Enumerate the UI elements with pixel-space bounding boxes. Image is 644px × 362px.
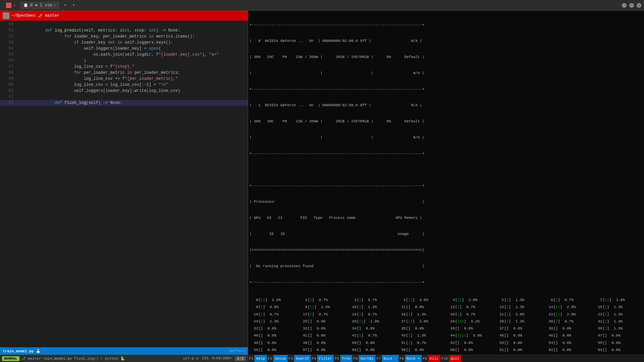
gpu-proc-top: +---------------------------------------… [249, 183, 643, 188]
tab-square[interactable]: ✕ [3, 1, 19, 9]
fkey-f4[interactable]: F4Filter [311, 355, 334, 362]
gpu-row-1-line2: | 30% 30C P8 22W / 350W | 1MiB / 24576Mi… [249, 119, 643, 124]
cpu-core-row: 10[| ]1.3% [348, 304, 397, 310]
gpu-divider-mid: +---------------------------------------… [249, 86, 643, 92]
tab-vim[interactable]: 📋 0 ● 1 vim ✕ [20, 2, 59, 9]
fkey-f2[interactable]: F2Setup [267, 355, 288, 362]
cpu-core-row: 24[| ]1.3% [249, 318, 299, 324]
shell-bar: ~/OpenSees ⎇ master [0, 11, 248, 21]
gpu-row-0-line3: | | | N/A | [249, 70, 643, 76]
vim-encoding: utf-8 ⊙ [183, 356, 198, 361]
cpu-core-row: 50[ ]0.0% [348, 340, 397, 346]
cpu-core-row: 63[ ]0.0% [593, 347, 643, 353]
cpu-core-row: 27[|| ]2.0% [397, 318, 446, 324]
fkey-f6[interactable]: F6SortBy [352, 355, 375, 362]
gpu-row-1-line1: | 1 NVIDIA GeForce ... On | 00000000:82:… [249, 103, 643, 108]
vim-func-info: flush_log() < python 🐍 [74, 356, 125, 361]
tab-vim-close-icon[interactable]: ✕ [54, 3, 56, 7]
cpu-core-row: 53[ ]0.0% [495, 340, 544, 346]
editor-line-cursor: 63 def flush_log(self) -> None: [0, 100, 248, 106]
vim-mode-badge: NORMAL [2, 356, 19, 361]
cpu-core-row: 2[| ]0.7% [348, 297, 397, 303]
cpu-core-row: 9[|| ]2.6% [299, 304, 348, 310]
vim-percent: 23% [202, 356, 209, 361]
cpu-core-row: 25[ ]0.0% [299, 318, 348, 324]
close-button[interactable]: ✕ [637, 3, 641, 8]
gpu-blank [249, 167, 643, 172]
gpu-divider-top: +---------------------------------------… [249, 22, 643, 27]
htop-fkeys: F1HelpF2SetupF3SearchF4FilterF5TreeF6Sor… [248, 355, 644, 362]
cpu-core-row: 56[ ]0.0% [249, 347, 299, 353]
gpu-proc-cols2: | ID ID Usage | [249, 231, 643, 237]
buffers-label: buffers [230, 349, 245, 353]
cpu-core-row: 45[ ]0.0% [495, 333, 544, 339]
fkey-f10[interactable]: F10Quit [440, 355, 461, 362]
cpu-core-row: 46[ ]0.0% [544, 333, 594, 339]
cpu-core-row: 1[| ]0.7% [299, 297, 348, 303]
gpu-proc-bottom: +---------------------------------------… [249, 280, 643, 285]
cpu-core-row: 15[| ]1.3% [593, 304, 643, 310]
minimize-button[interactable]: ─ [622, 3, 627, 8]
tab-dropdown-icon[interactable]: ▾ [72, 3, 75, 8]
gpu-divider-bot: +---------------------------------------… [249, 151, 643, 156]
vim-statusline: NORMAL ⎇ master <ain_model.py flush_log(… [0, 355, 248, 362]
editor-filename: train_model.py 💾 [3, 349, 41, 353]
fkey-f1[interactable]: F1Help [248, 355, 267, 362]
cpu-core-row: 34[ ]0.0% [348, 325, 397, 331]
maximize-button[interactable]: □ [629, 3, 634, 8]
fkey-f7[interactable]: F7Nice - [375, 355, 399, 362]
cpu-core-row: 61[ ]0.0% [495, 347, 544, 353]
cpu-core-row: 59[ ]0.0% [397, 347, 446, 353]
cpu-core-row: 28[||| ]3.2% [446, 318, 495, 324]
right-panel: +---------------------------------------… [248, 11, 644, 362]
cpu-core-row: 0[|| ]2.0% [249, 297, 299, 303]
cpu-core-row: 18[| ]0.7% [348, 311, 397, 317]
vim-right-status: utf-8 ⊙ 23% ¼:63/265= 1:1 [183, 356, 246, 361]
gpu-proc-header: | Processes: | [249, 199, 643, 204]
editor-content: 50 51 def log_predict(self, metrics: dic… [0, 21, 248, 347]
main-container: ~/OpenSees ⎇ master 50 51 def log_predic… [0, 11, 644, 362]
gpu-proc-divider: |=======================================… [249, 247, 643, 253]
vim-col-badge: 1:1 [235, 356, 246, 361]
tab-vim-label: 0 ● 1 vim [30, 3, 52, 8]
cpu-core-row: 23[| ]1.3% [593, 311, 643, 317]
fkey-f3[interactable]: F3Search [288, 355, 311, 362]
editor-statusbar: train_model.py 💾 buffers [0, 347, 248, 355]
cpu-core-row: 33[ ]0.0% [299, 325, 348, 331]
fkey-f9[interactable]: F9Kill [422, 355, 441, 362]
fkey-f8[interactable]: F8Nice + [399, 355, 422, 362]
fkey-f5[interactable]: F5Tree [334, 355, 352, 362]
cpu-core-row: 40[ ]0.0% [249, 333, 299, 339]
vim-tab-icon: 📋 [23, 3, 28, 7]
cpu-core-row: 62[ ]0.0% [544, 347, 594, 353]
cpu-core-row: 49[ ]0.0% [299, 340, 348, 346]
htop-area: 0[|| ]2.0%1[| ]0.7%2[| ]0.7%3[|| ]3.9%4[… [248, 296, 644, 362]
cpu-core-row: 29[| ]1.3% [495, 318, 544, 324]
branch-icon: ⎇ [38, 13, 42, 18]
shell-branch: master [45, 13, 59, 18]
gpu-row-1-line3: | | | N/A | [249, 135, 643, 140]
gpu-row-0-line1: | 0 NVIDIA GeForce ... On | 00000000:02:… [249, 38, 643, 44]
tab-close-icon[interactable]: ✕ [13, 3, 15, 7]
cpu-core-row: 7[|| ]1.9% [593, 297, 643, 303]
cpu-core-row: 52[ ]0.0% [446, 340, 495, 346]
tab-group: ✕ 📋 0 ● 1 vim ✕ + ▾ [3, 1, 620, 9]
cpu-core-row: 17[| ]0.7% [299, 311, 348, 317]
cpu-core-row: 60[ ]0.0% [446, 347, 495, 353]
shell-path: ~/OpenSees [11, 13, 36, 18]
gpu-proc-cols1: | GPU GI CI PID Type Process name GPU Me… [249, 215, 643, 221]
tab-new[interactable]: + [61, 2, 70, 9]
gpu-row-0-line2: | 30% 29C P8 23W / 350W | 1MiB / 24576Mi… [249, 54, 643, 60]
cpu-core-row: 41[ ]0.0% [299, 333, 348, 339]
cpu-core-row: 47[ ]0.0% [593, 333, 643, 339]
cpu-core-row: 42[| ]0.7% [348, 333, 397, 339]
cpu-core-row: 48[ ]0.0% [249, 340, 299, 346]
cpu-core-row: 35[ ]0.0% [397, 325, 446, 331]
cpu-core-row: 20[| ]0.7% [446, 311, 495, 317]
cpu-core-row: 3[|| ]3.9% [397, 297, 446, 303]
cpu-core-row: 21[| ]2.0% [495, 311, 544, 317]
cpu-core-row: 54[ ]0.0% [544, 340, 594, 346]
cpu-core-row: 16[| ]0.7% [249, 311, 299, 317]
editor-area[interactable]: 50 51 def log_predict(self, metrics: dic… [0, 21, 248, 347]
cpu-core-row: 32[ ]0.0% [249, 325, 299, 331]
